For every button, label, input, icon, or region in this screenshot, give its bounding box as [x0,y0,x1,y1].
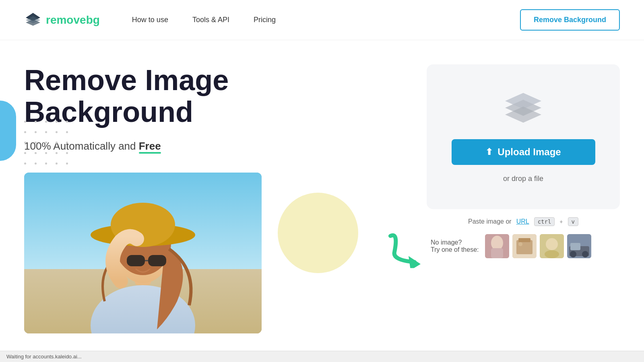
blue-arc-decoration [0,101,16,161]
svg-point-24 [518,242,522,246]
upload-image-button[interactable]: ⬆ Upload Image [452,139,595,165]
svg-rect-23 [518,238,530,242]
paste-url-link[interactable]: URL [516,218,529,225]
dots-decoration [24,121,71,167]
hero-left: Remove Image Background 100% Automatical… [24,64,427,362]
paste-row: Paste image or URL ctrl + v [427,217,620,226]
nav-pricing[interactable]: Pricing [254,16,276,24]
svg-rect-32 [570,243,580,250]
main-content: Remove Image Background 100% Automatical… [0,40,644,362]
plus-sign: + [559,218,563,225]
upload-dropzone[interactable]: ⬆ Upload Image or drop a file [427,64,620,209]
status-bar: Waiting for accounts.kaleido.ai... [0,351,644,362]
sample-thumb-3[interactable] [540,234,564,258]
sample-thumb-1[interactable] [485,234,509,258]
svg-point-19 [491,236,503,250]
logo-link[interactable]: removebg [24,11,100,29]
layers-icon [503,91,543,123]
logo-icon [24,11,42,29]
svg-point-31 [582,251,588,257]
hero-subtitle: 100% Automatically and Free [24,140,411,152]
svg-marker-14 [409,256,421,268]
svg-rect-20 [491,248,503,258]
remove-background-button[interactable]: Remove Background [520,9,620,31]
upload-icon: ⬆ [485,147,493,157]
svg-point-27 [545,250,559,258]
kbd-v: v [568,217,578,226]
nav-tools-api[interactable]: Tools & API [192,16,229,24]
drop-file-label: or drop a file [503,175,543,183]
hero-photo [24,173,262,333]
hero-image-area [24,173,411,333]
svg-rect-22 [516,240,533,254]
status-text: Waiting for accounts.kaleido.ai... [6,354,82,360]
sample-thumbs [485,234,591,258]
svg-point-26 [546,238,558,250]
no-image-label: No image? Try one of these: [431,239,479,253]
kbd-ctrl: ctrl [534,217,555,226]
hero-title: Remove Image Background [24,64,411,128]
logo-text: removebg [46,14,100,27]
svg-point-30 [570,251,576,257]
navbar: removebg How to use Tools & API Pricing … [0,0,644,40]
no-image-row: No image? Try one of these: [427,234,620,258]
sample-thumb-2[interactable] [512,234,537,258]
hero-right: ⬆ Upload Image or drop a file Paste imag… [427,64,620,362]
paste-label: Paste image or [468,218,512,225]
svg-rect-12 [148,255,166,266]
green-arrow [386,228,435,270]
nav-how-to-use[interactable]: How to use [132,16,168,24]
sample-thumb-4[interactable] [567,234,591,258]
svg-rect-11 [127,255,145,266]
nav-links: How to use Tools & API Pricing [132,16,276,24]
yellow-circle-decoration [278,193,358,273]
